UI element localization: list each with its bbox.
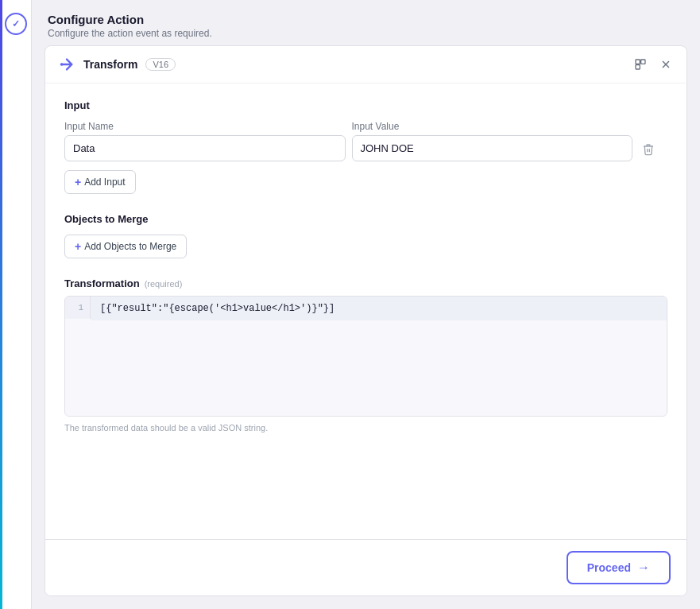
transform-icon	[58, 56, 75, 73]
code-line-1: 1 [{"result":"{escape('<h1>value</h1>')}…	[65, 297, 667, 320]
objects-section: Objects to Merge + Add Objects to Merge	[64, 213, 667, 258]
svg-point-0	[60, 63, 64, 66]
page-title: Configure Action	[48, 13, 684, 26]
proceed-button[interactable]: Proceed →	[567, 551, 671, 584]
svg-rect-1	[636, 60, 640, 64]
add-objects-plus-icon: +	[75, 240, 81, 253]
code-content-1[interactable]: [{"result":"{escape('<h1>value</h1>')}"}…	[91, 297, 667, 320]
card-header: Transform V16	[45, 46, 686, 83]
sidebar: ✓	[0, 0, 32, 609]
input-name-column: Input Name	[64, 121, 346, 161]
version-badge: V16	[145, 58, 176, 71]
card-actions	[632, 56, 674, 72]
code-editor[interactable]: 1 [{"result":"{escape('<h1>value</h1>')}…	[64, 296, 667, 417]
card-footer: Proceed →	[45, 539, 686, 595]
add-input-plus-icon: +	[75, 176, 81, 188]
proceed-label: Proceed	[587, 561, 631, 574]
transform-card: Transform V16	[44, 45, 687, 596]
add-input-label: Add Input	[84, 176, 125, 188]
delete-input-button[interactable]	[639, 137, 658, 162]
card-body: Input Input Name Input Value	[45, 83, 686, 539]
close-button[interactable]	[658, 56, 674, 72]
svg-rect-2	[641, 60, 645, 64]
input-section-title: Input	[64, 99, 667, 111]
input-delete-column	[639, 121, 667, 162]
proceed-arrow-icon: →	[637, 561, 650, 575]
configure-action-header: Configure Action Configure the action ev…	[32, 0, 700, 45]
transformation-required: (required)	[145, 279, 183, 289]
expand-button[interactable]	[632, 56, 648, 72]
card-title: Transform	[83, 58, 137, 71]
objects-section-title: Objects to Merge	[64, 213, 667, 225]
transformation-helper: The transformed data should be a valid J…	[64, 423, 667, 433]
input-section: Input Input Name Input Value	[64, 99, 667, 194]
transformation-header: Transformation (required)	[64, 277, 667, 289]
add-input-button[interactable]: + Add Input	[64, 170, 136, 194]
svg-rect-3	[636, 65, 640, 69]
line-number-1: 1	[65, 297, 91, 319]
code-editor-body[interactable]	[65, 320, 667, 416]
main-content: Configure Action Configure the action ev…	[32, 0, 700, 609]
page-subtitle: Configure the action event as required.	[48, 28, 684, 39]
input-value-label: Input Value	[352, 121, 633, 132]
input-value-field[interactable]	[352, 135, 633, 161]
sidebar-accent	[0, 0, 2, 609]
transformation-section: Transformation (required) 1 [{"result":"…	[64, 277, 667, 433]
input-name-label: Input Name	[64, 121, 346, 132]
input-row: Input Name Input Value	[64, 121, 667, 162]
add-objects-button[interactable]: + Add Objects to Merge	[64, 235, 187, 258]
add-objects-label: Add Objects to Merge	[84, 241, 176, 252]
input-name-field[interactable]	[64, 135, 346, 161]
sidebar-step-icon: ✓	[5, 13, 27, 35]
input-value-column: Input Value	[352, 121, 633, 161]
transformation-title: Transformation	[64, 277, 140, 289]
